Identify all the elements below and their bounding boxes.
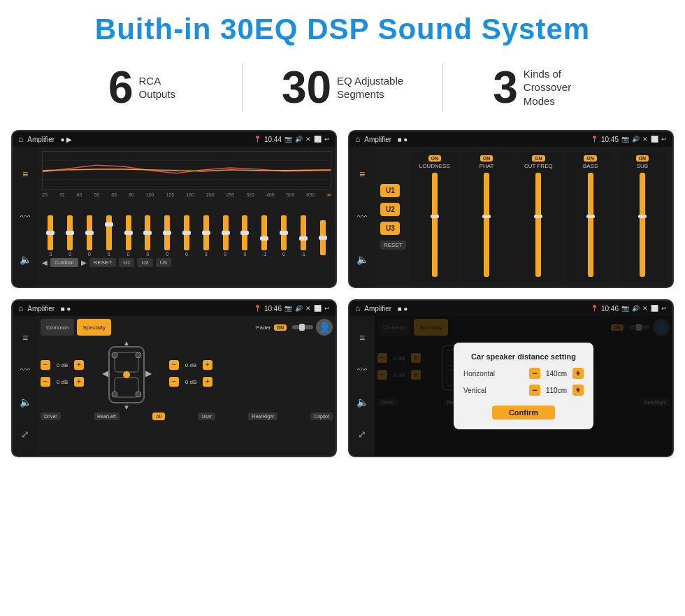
vol-tr-plus[interactable]: + xyxy=(203,360,212,370)
loudness-slider[interactable] xyxy=(432,173,438,277)
confirm-button[interactable]: Confirm xyxy=(492,406,555,420)
eq-reset-btn[interactable]: RESET xyxy=(89,258,117,267)
crossover-reset-btn[interactable]: RESET xyxy=(380,241,406,250)
eq-u1-btn[interactable]: U1 xyxy=(119,258,134,267)
fader-arrows-icon[interactable]: ⤢ xyxy=(21,429,29,440)
horizontal-val-row: − 140cm + xyxy=(529,368,584,379)
fader-on-badge: ON xyxy=(274,324,287,331)
vol-top-right-row: − 0 dB + xyxy=(169,360,212,370)
horizontal-plus-btn[interactable]: + xyxy=(572,368,584,379)
fader-speaker-icon[interactable]: 🔈 xyxy=(20,396,31,408)
loudness-on-btn[interactable]: ON xyxy=(428,155,442,162)
stat-text-crossover: Kinds ofCrossover Modes xyxy=(524,67,593,108)
bass-slider[interactable] xyxy=(588,173,593,277)
rear-left-btn[interactable]: RearLeft xyxy=(94,413,120,420)
fader-location-icon: 📍 xyxy=(254,305,261,312)
eq-status: 📍 10:44 📷 🔊 ✕ ⬜ ↩ xyxy=(254,136,330,143)
eq-prev-icon[interactable]: ◀ xyxy=(42,259,48,266)
fader-wave-icon[interactable]: 〰 xyxy=(20,364,30,375)
fader-common-tab[interactable]: Common xyxy=(41,319,74,336)
eq-u2-btn[interactable]: U2 xyxy=(137,258,152,267)
svg-text:▼: ▼ xyxy=(123,403,130,410)
u2-button[interactable]: U2 xyxy=(380,203,400,216)
crossover-speaker-icon[interactable]: 🔈 xyxy=(356,254,368,265)
eq-slider-10: 0 xyxy=(217,215,234,257)
page-header: Buith-in 30EQ DSP Sound System xyxy=(0,0,685,53)
vol-br-plus[interactable]: + xyxy=(203,377,212,387)
eq-controls-row: ◀ Custom ▶ RESET U1 U2 U3 xyxy=(42,258,331,267)
ch-phat: ON PHAT xyxy=(462,152,511,281)
eq-slider-15 xyxy=(314,220,331,257)
svg-point-10 xyxy=(112,392,117,397)
dialog-home-icon: ⌂ xyxy=(355,303,360,313)
vertical-label: Vertical xyxy=(463,387,486,394)
eq-topbar: ⌂ Amplifier ● ▶ 📍 10:44 📷 🔊 ✕ ⬜ ↩ xyxy=(13,131,336,147)
crossover-window-icon: ⬜ xyxy=(651,136,658,143)
dialog-speaker-icon[interactable]: 🔈 xyxy=(356,396,368,408)
vol-tl-plus[interactable]: + xyxy=(74,360,84,370)
window-icon: ⬜ xyxy=(314,136,322,143)
crossover-eq-icon[interactable]: ≡ xyxy=(359,169,365,180)
vertical-plus-btn[interactable]: + xyxy=(572,385,584,396)
rear-right-btn[interactable]: RearRight xyxy=(248,413,277,420)
vertical-val-row: − 110cm + xyxy=(529,385,584,396)
eq-sidebar-speaker-icon[interactable]: 🔈 xyxy=(20,254,31,265)
svg-text:◀: ◀ xyxy=(102,368,109,378)
eq-slider-6: 0 xyxy=(139,215,157,257)
copilot-btn[interactable]: Copilot xyxy=(310,413,333,420)
fader-sidebar: ≡ 〰 🔈 ⤢ xyxy=(13,316,38,456)
crossover-wave-icon[interactable]: 〰 xyxy=(357,211,367,222)
eq-main: 253240506380100125160200250320400500630 … xyxy=(38,147,336,287)
fader-slider[interactable] xyxy=(292,325,313,329)
eq-custom-btn[interactable]: Custom xyxy=(50,258,78,267)
u1-button[interactable]: U1 xyxy=(380,184,400,197)
svg-rect-5 xyxy=(115,352,138,372)
eq-play-icon[interactable]: ▶ xyxy=(81,259,87,266)
cutfreq-slider[interactable] xyxy=(535,173,541,277)
vol-bl-minus[interactable]: − xyxy=(41,377,50,387)
eq-u3-btn[interactable]: U3 xyxy=(156,258,171,267)
vol-tl-minus[interactable]: − xyxy=(41,360,50,370)
stat-eq: 30 EQ AdjustableSegments xyxy=(243,65,442,110)
vol-bl-label: 0 dB xyxy=(52,379,72,385)
dialog-wave-icon[interactable]: 〰 xyxy=(357,364,367,375)
sub-on-btn[interactable]: ON xyxy=(636,155,649,162)
cutfreq-on-btn[interactable]: ON xyxy=(532,155,545,162)
fader-specialty-tab[interactable]: Specialty xyxy=(77,319,110,336)
crossover-sidebar: ≡ 〰 🔈 xyxy=(349,147,375,287)
eq-freq-labels: 253240506380100125160200250320400500630 … xyxy=(42,192,331,198)
svg-point-11 xyxy=(136,392,141,397)
horizontal-minus-btn[interactable]: − xyxy=(529,368,540,379)
bass-on-btn[interactable]: ON xyxy=(584,155,597,162)
vol-br-label: 0 dB xyxy=(181,379,201,385)
phat-on-btn[interactable]: ON xyxy=(480,155,493,162)
user-btn[interactable]: User xyxy=(198,413,215,420)
dialog-arrows-icon[interactable]: ⤢ xyxy=(358,429,366,440)
stat-rca: 6 RCAOutputs xyxy=(42,65,242,110)
vol-tr-label: 0 dB xyxy=(181,362,201,368)
vertical-minus-btn[interactable]: − xyxy=(529,385,540,396)
vol-tr-minus[interactable]: − xyxy=(169,360,179,370)
eq-app-title: Amplifier ● ▶ xyxy=(27,136,250,143)
screenshots-grid: ⌂ Amplifier ● ▶ 📍 10:44 📷 🔊 ✕ ⬜ ↩ ≡ 〰 🔈 xyxy=(0,124,685,468)
eq-sidebar-eq-icon[interactable]: ≡ xyxy=(22,169,28,180)
vol-br-minus[interactable]: − xyxy=(169,377,179,387)
dialog-back-icon: ↩ xyxy=(661,305,667,312)
vol-bl-plus[interactable]: + xyxy=(74,377,84,387)
ch-cutfreq: ON CUT FREQ xyxy=(514,152,563,281)
dialog-overlay: Car speaker distance setting Horizontal … xyxy=(375,316,672,456)
dialog-eq-icon[interactable]: ≡ xyxy=(359,332,365,343)
crossover-topbar: ⌂ Amplifier ■ ● 📍 10:45 📷 🔊 ✕ ⬜ ↩ xyxy=(349,131,672,147)
phat-slider[interactable] xyxy=(484,173,489,277)
vol-top-left-row: − 0 dB + xyxy=(41,360,84,370)
fader-content: − 0 dB + − 0 dB + xyxy=(41,340,333,410)
crossover-camera-icon: 📷 xyxy=(621,136,629,143)
sub-slider[interactable] xyxy=(640,173,645,277)
all-btn[interactable]: All xyxy=(152,413,165,420)
fader-eq-icon[interactable]: ≡ xyxy=(22,332,28,343)
location-icon: 📍 xyxy=(254,136,261,143)
eq-sidebar-wave-icon[interactable]: 〰 xyxy=(20,211,30,222)
u3-button[interactable]: U3 xyxy=(380,222,400,235)
person-icon[interactable]: 👤 xyxy=(316,319,333,336)
driver-btn[interactable]: Driver xyxy=(41,413,61,420)
